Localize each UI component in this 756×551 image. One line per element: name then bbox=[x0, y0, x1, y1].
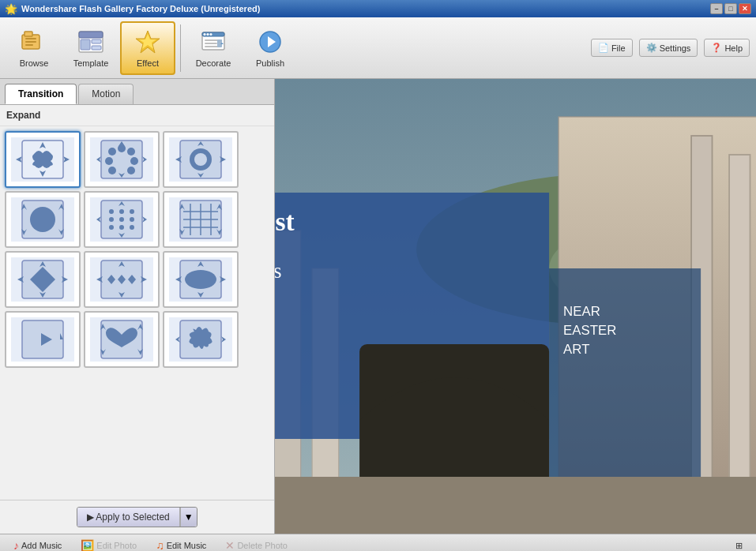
title-icon: 🌟 bbox=[5, 3, 17, 15]
svg-point-34 bbox=[105, 157, 113, 165]
transition-item[interactable] bbox=[5, 251, 81, 308]
transitions-grid bbox=[0, 126, 274, 500]
browse-label: Browse bbox=[20, 58, 49, 68]
file-button[interactable]: 📄 File bbox=[591, 39, 633, 57]
apply-label: Apply to Selected bbox=[96, 512, 169, 523]
template-label: Template bbox=[73, 58, 109, 68]
svg-point-60 bbox=[119, 209, 124, 214]
expand-timeline-button[interactable]: ⊞ bbox=[728, 538, 750, 552]
transition-item[interactable] bbox=[5, 191, 81, 248]
panel-content: Expand bbox=[0, 105, 274, 534]
svg-point-16 bbox=[210, 33, 213, 36]
maximize-button[interactable]: □ bbox=[724, 3, 737, 14]
settings-button[interactable]: ⚙️ Settings bbox=[639, 39, 698, 57]
svg-point-14 bbox=[204, 33, 206, 36]
svg-point-15 bbox=[207, 33, 209, 36]
publish-label: Publish bbox=[256, 58, 284, 68]
edit-music-label: Edit Music bbox=[167, 541, 207, 550]
svg-point-61 bbox=[130, 209, 134, 214]
tab-transition[interactable]: Transition bbox=[5, 84, 77, 104]
edit-photo-icon: 🖼️ bbox=[81, 539, 94, 551]
svg-text:NEAR: NEAR bbox=[563, 304, 600, 319]
file-label: File bbox=[611, 43, 626, 53]
svg-point-37 bbox=[127, 167, 135, 174]
minimize-button[interactable]: – bbox=[710, 3, 723, 14]
svg-point-59 bbox=[109, 209, 114, 214]
svg-point-52 bbox=[30, 207, 55, 232]
apply-dropdown-button[interactable]: ▼ bbox=[180, 508, 197, 527]
transition-item[interactable] bbox=[84, 251, 160, 308]
svg-rect-2 bbox=[25, 38, 36, 39]
svg-point-62 bbox=[109, 217, 114, 222]
left-panel: Transition Motion Expand bbox=[0, 79, 275, 534]
file-icon: 📄 bbox=[598, 43, 609, 53]
transition-item[interactable] bbox=[163, 251, 239, 308]
svg-rect-8 bbox=[92, 39, 101, 43]
publish-icon bbox=[256, 28, 284, 56]
expand-icon: ⊞ bbox=[735, 541, 743, 551]
bottom-toolbar: ♪ Add Music 🖼️ Edit Photo ♫ Edit Music ✕… bbox=[0, 534, 756, 551]
help-button[interactable]: ❓ Help bbox=[704, 39, 750, 57]
preview-area: Best eces NEAR EASTER ART bbox=[275, 79, 756, 534]
svg-point-33 bbox=[127, 148, 135, 156]
main-area: Transition Motion Expand bbox=[0, 79, 756, 534]
transition-item[interactable] bbox=[84, 191, 160, 248]
svg-point-45 bbox=[194, 153, 207, 166]
publish-button[interactable]: Publish bbox=[243, 21, 298, 75]
transition-item[interactable] bbox=[5, 131, 81, 188]
toolbar-sep-1 bbox=[180, 24, 181, 72]
svg-rect-4 bbox=[25, 44, 33, 46]
close-button[interactable]: ✕ bbox=[739, 3, 751, 14]
effect-button[interactable]: Effect bbox=[120, 21, 175, 75]
svg-point-65 bbox=[109, 225, 114, 230]
template-button[interactable]: Template bbox=[63, 21, 118, 75]
effect-icon bbox=[134, 28, 162, 56]
decorate-button[interactable]: Decorate bbox=[186, 21, 241, 75]
svg-rect-7 bbox=[81, 39, 90, 50]
settings-icon: ⚙️ bbox=[646, 43, 657, 53]
transition-item[interactable] bbox=[163, 311, 239, 368]
edit-music-icon: ♫ bbox=[156, 539, 164, 551]
apply-icon: ▶ bbox=[87, 512, 94, 523]
svg-point-31 bbox=[108, 148, 116, 156]
transition-item[interactable] bbox=[163, 131, 239, 188]
svg-point-64 bbox=[130, 217, 134, 222]
browse-icon bbox=[20, 28, 48, 56]
svg-text:EASTER: EASTER bbox=[563, 323, 616, 338]
add-music-label: Add Music bbox=[21, 541, 62, 550]
decorate-label: Decorate bbox=[196, 58, 231, 68]
browse-button[interactable]: Browse bbox=[6, 21, 62, 75]
settings-label: Settings bbox=[660, 43, 691, 53]
svg-rect-1 bbox=[24, 32, 32, 36]
transition-item[interactable] bbox=[163, 191, 239, 248]
add-music-icon: ♪ bbox=[13, 539, 19, 551]
apply-to-selected-button[interactable]: ▶ Apply to Selected bbox=[77, 508, 179, 527]
decorate-icon bbox=[199, 28, 228, 56]
svg-rect-6 bbox=[79, 32, 103, 38]
tab-bar: Transition Motion bbox=[0, 79, 274, 105]
svg-point-36 bbox=[108, 167, 116, 174]
apply-btn-area: ▶ Apply to Selected ▼ bbox=[0, 500, 274, 534]
svg-rect-9 bbox=[92, 46, 101, 50]
delete-photo-button: ✕ Delete Photo bbox=[218, 536, 295, 551]
svg-point-63 bbox=[119, 217, 124, 222]
edit-music-button[interactable]: ♫ Edit Music bbox=[149, 536, 213, 551]
app-title: Wondershare Flash Gallery Factory Deluxe… bbox=[21, 4, 260, 13]
add-music-button[interactable]: ♪ Add Music bbox=[6, 536, 69, 551]
help-icon: ❓ bbox=[711, 43, 722, 53]
titlebar: 🌟 Wondershare Flash Gallery Factory Delu… bbox=[0, 0, 756, 17]
svg-point-67 bbox=[130, 225, 134, 230]
svg-text:ART: ART bbox=[563, 342, 589, 357]
svg-text:Best: Best bbox=[275, 207, 295, 236]
transition-item[interactable] bbox=[84, 131, 160, 188]
tab-motion[interactable]: Motion bbox=[78, 84, 134, 104]
delete-photo-label: Delete Photo bbox=[237, 541, 288, 550]
svg-rect-18 bbox=[205, 43, 217, 44]
transition-item[interactable] bbox=[5, 311, 81, 368]
help-label: Help bbox=[724, 43, 743, 53]
toolbar-right: 📄 File ⚙️ Settings ❓ Help bbox=[591, 39, 750, 57]
svg-point-102 bbox=[185, 270, 216, 289]
effect-label: Effect bbox=[137, 58, 159, 68]
transition-item[interactable] bbox=[84, 311, 160, 368]
svg-rect-3 bbox=[25, 41, 36, 43]
